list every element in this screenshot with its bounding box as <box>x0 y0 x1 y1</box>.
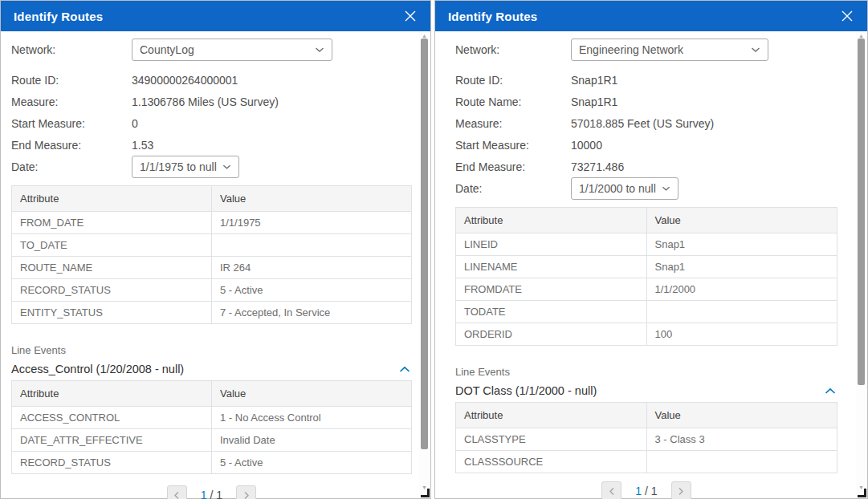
route-id-row: Route ID: Snap1R1 <box>455 69 837 91</box>
end-measure-value: 73271.486 <box>571 160 624 173</box>
start-measure-label: Start Measure: <box>455 139 571 152</box>
route-id-value: Snap1R1 <box>571 74 617 87</box>
value-cell: 1/1/2000 <box>646 278 837 301</box>
previous-page-button[interactable] <box>601 481 621 499</box>
table-row: ORDERID100 <box>456 323 837 346</box>
route-attribute-table: Attribute Value LINEIDSnap1 LINENAMESnap… <box>455 207 837 346</box>
table-row: TO_DATE <box>12 234 412 257</box>
panel-header: Identify Routes <box>435 1 867 31</box>
table-header-row: Attribute Value <box>456 403 837 428</box>
table-row: ROUTE_NAMEIR 264 <box>12 257 412 279</box>
pagination: 1 / 1 <box>455 481 837 499</box>
measure-value: 57018.885 Feet (US Survey) <box>571 117 714 130</box>
pagination: 1 / 1 <box>11 485 412 499</box>
table-row: ACCESS_CONTROL1 - No Access Control <box>12 407 412 429</box>
chevron-up-icon[interactable] <box>397 364 412 375</box>
date-select[interactable]: 1/1/1975 to null <box>132 156 239 178</box>
end-measure-label: End Measure: <box>11 139 132 152</box>
attribute-column-header: Attribute <box>456 208 647 233</box>
end-measure-label: End Measure: <box>455 160 571 173</box>
table-header-row: Attribute Value <box>12 381 412 407</box>
date-select[interactable]: 1/1/2000 to null <box>571 177 679 200</box>
value-cell <box>646 301 837 323</box>
route-id-value: 34900000264000001 <box>132 74 238 87</box>
resize-handle[interactable] <box>421 489 430 497</box>
next-page-button[interactable] <box>236 485 256 499</box>
route-id-label: Route ID: <box>455 74 571 87</box>
date-label: Date: <box>11 160 132 173</box>
vertical-scrollbar[interactable]: ▲ ▼ <box>856 32 866 497</box>
line-events-label: Line Events <box>11 344 412 356</box>
total-pages: 1 <box>651 485 658 497</box>
attribute-cell: ROUTE_NAME <box>12 257 212 279</box>
network-select[interactable]: Engineering Network <box>571 39 768 61</box>
value-cell: IR 264 <box>212 257 412 279</box>
resize-handle[interactable] <box>858 489 866 497</box>
table-row: CLASSSOURCE <box>456 451 837 473</box>
measure-label: Measure: <box>11 95 132 108</box>
close-icon[interactable] <box>401 7 419 25</box>
value-column-header: Value <box>646 208 837 233</box>
value-column-header: Value <box>212 381 412 407</box>
table-header-row: Attribute Value <box>456 208 837 233</box>
table-row: ENTITY_STATUS7 - Accepted, In Service <box>12 302 412 324</box>
value-cell: 1/1/1975 <box>212 212 412 234</box>
next-page-button[interactable] <box>671 481 691 499</box>
start-measure-row: Start Measure: 10000 <box>455 134 837 156</box>
attribute-cell: CLASSTYPE <box>456 428 647 451</box>
attribute-cell: LINEID <box>456 233 647 256</box>
scrollbar-thumb[interactable] <box>858 39 865 385</box>
network-select[interactable]: CountyLog <box>132 39 332 61</box>
page-indicator: 1 / 1 <box>201 489 222 499</box>
current-page: 1 <box>635 485 642 497</box>
start-measure-label: Start Measure: <box>11 117 132 130</box>
chevron-down-icon <box>662 185 670 192</box>
date-select-value: 1/1/2000 to null <box>579 182 656 195</box>
measure-row: Measure: 1.1306786 Miles (US Survey) <box>11 91 412 112</box>
line-event-title: Access_Control (1/20/2008 - null) <box>11 363 184 375</box>
identify-routes-panel-right: Identify Routes Network: Engineering Net… <box>434 0 868 499</box>
network-field-row: Network: Engineering Network <box>455 39 837 61</box>
start-measure-value: 0 <box>132 117 138 130</box>
route-id-row: Route ID: 34900000264000001 <box>11 69 412 91</box>
panel-title: Identify Routes <box>14 10 103 23</box>
route-name-row: Route Name: Snap1R1 <box>455 91 837 112</box>
chevron-down-icon <box>751 47 760 53</box>
attribute-cell: CLASSSOURCE <box>456 451 647 473</box>
previous-page-button[interactable] <box>167 485 187 499</box>
chevron-up-icon[interactable] <box>823 386 837 396</box>
attribute-cell: DATE_ATTR_EFFECTIVE <box>12 429 212 452</box>
chevron-right-icon <box>678 487 684 496</box>
close-icon[interactable] <box>838 7 856 25</box>
value-column-header: Value <box>212 186 412 212</box>
attribute-cell: TODATE <box>456 301 647 323</box>
table-row: RECORD_STATUS5 - Active <box>12 452 412 474</box>
value-cell: 5 - Active <box>212 452 412 474</box>
network-field-row: Network: CountyLog <box>11 39 412 61</box>
table-row: FROM_DATE1/1/1975 <box>12 212 412 234</box>
line-events-label: Line Events <box>455 366 837 378</box>
value-column-header: Value <box>646 403 837 428</box>
identify-routes-panel-left: Identify Routes Network: CountyLog Route… <box>0 0 431 499</box>
date-field-row: Date: 1/1/2000 to null <box>455 177 837 200</box>
line-event-attribute-table: Attribute Value ACCESS_CONTROL1 - No Acc… <box>11 380 412 474</box>
chevron-down-icon <box>222 164 231 170</box>
scrollbar-thumb[interactable] <box>421 39 428 449</box>
value-cell: Snap1 <box>646 256 837 278</box>
route-id-label: Route ID: <box>11 74 132 87</box>
line-event-attribute-table: Attribute Value CLASSTYPE3 - Class 3 CLA… <box>455 402 837 473</box>
attribute-cell: ORDERID <box>456 323 647 346</box>
page-separator: / <box>645 485 648 497</box>
route-name-label: Route Name: <box>455 95 571 108</box>
chevron-left-icon <box>609 487 615 496</box>
vertical-scrollbar[interactable]: ▲ ▼ <box>419 32 430 497</box>
value-cell: Invalid Date <box>212 429 412 452</box>
route-name-value: Snap1R1 <box>571 95 617 108</box>
measure-value: 1.1306786 Miles (US Survey) <box>132 95 279 108</box>
table-row: TODATE <box>456 301 837 323</box>
route-attribute-table: Attribute Value FROM_DATE1/1/1975 TO_DAT… <box>11 185 412 324</box>
table-row: LINENAMESnap1 <box>456 256 837 278</box>
page-indicator: 1 / 1 <box>635 485 657 497</box>
attribute-column-header: Attribute <box>456 403 647 428</box>
attribute-cell: ACCESS_CONTROL <box>12 407 212 429</box>
